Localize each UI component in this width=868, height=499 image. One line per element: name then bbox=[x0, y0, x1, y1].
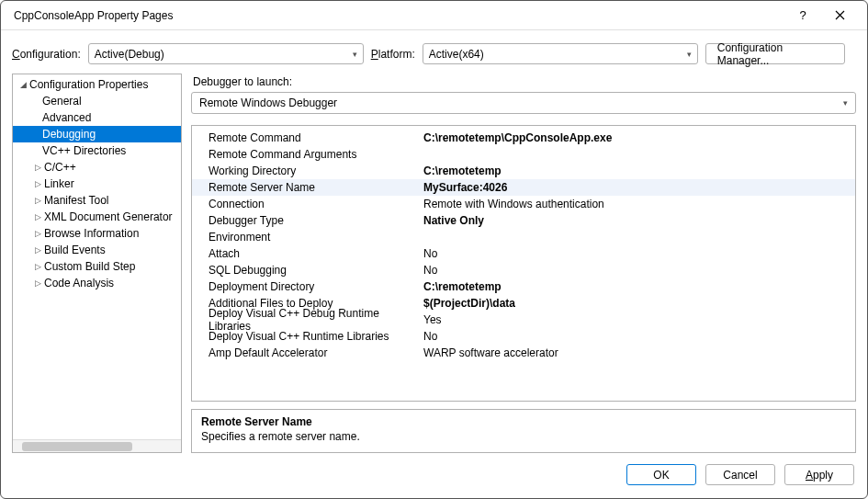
apply-button[interactable]: Apply bbox=[784, 464, 854, 485]
tree-item-manifest[interactable]: ▷Manifest Tool bbox=[13, 192, 181, 209]
chevron-down-icon: ▾ bbox=[843, 98, 848, 108]
close-button[interactable] bbox=[821, 1, 858, 30]
prop-name: Environment bbox=[192, 231, 420, 244]
chevron-down-icon: ▾ bbox=[353, 50, 357, 59]
cancel-button[interactable]: Cancel bbox=[705, 464, 775, 485]
description-text: Specifies a remote server name. bbox=[201, 430, 846, 443]
debugger-launch-label: Debugger to launch: bbox=[191, 74, 856, 92]
prop-name: Working Directory bbox=[192, 164, 420, 177]
configuration-manager-button[interactable]: Configuration Manager... bbox=[705, 43, 845, 64]
prop-row: SQL DebuggingNo bbox=[192, 262, 855, 278]
tree-item-label: Manifest Tool bbox=[44, 194, 108, 207]
configuration-manager-label: Configuration Manager... bbox=[717, 41, 833, 67]
prop-value[interactable]: WARP software accelerator bbox=[420, 346, 855, 359]
prop-name: Amp Default Accelerator bbox=[192, 346, 420, 359]
prop-value[interactable]: $(ProjectDir)\data bbox=[420, 297, 855, 310]
prop-row: Remote Command Arguments bbox=[192, 146, 855, 163]
titlebar: CppConsoleApp Property Pages ? bbox=[1, 1, 867, 30]
tree-item-codeanalysis[interactable]: ▷Code Analysis bbox=[13, 275, 181, 291]
ok-label: OK bbox=[653, 469, 669, 482]
prop-value[interactable]: No bbox=[420, 247, 855, 260]
tree-hscrollbar[interactable] bbox=[13, 439, 181, 452]
expand-icon: ▷ bbox=[33, 163, 42, 172]
tree-item-label: Code Analysis bbox=[44, 277, 114, 289]
window-title: CppConsoleApp Property Pages bbox=[14, 9, 784, 22]
configuration-value: Active(Debug) bbox=[95, 48, 164, 61]
debugger-launch-value: Remote Windows Debugger bbox=[199, 96, 337, 109]
prop-row: Deploy Visual C++ Runtime LibrariesNo bbox=[192, 328, 855, 345]
prop-value[interactable]: Native Only bbox=[420, 214, 855, 227]
prop-value[interactable]: No bbox=[420, 330, 855, 343]
prop-row: Environment bbox=[192, 229, 855, 245]
prop-row: AttachNo bbox=[192, 245, 855, 262]
right-pane: Debugger to launch: Remote Windows Debug… bbox=[191, 74, 856, 453]
prop-name: Deploy Visual C++ Debug Runtime Librarie… bbox=[192, 307, 420, 333]
tree-item-debugging[interactable]: Debugging bbox=[13, 126, 181, 142]
tree-item-buildevents[interactable]: ▷Build Events bbox=[13, 242, 181, 258]
tree-root-label: Configuration Properties bbox=[29, 78, 148, 91]
apply-label: Apply bbox=[806, 469, 833, 482]
description-box: Remote Server Name Specifies a remote se… bbox=[191, 409, 856, 453]
config-row: Configuration: Active(Debug) ▾ Platform:… bbox=[1, 30, 867, 74]
expand-icon: ▷ bbox=[33, 212, 42, 221]
prop-row: Deployment DirectoryC:\remotetemp bbox=[192, 278, 855, 295]
configuration-combo[interactable]: Active(Debug) ▾ bbox=[88, 43, 364, 64]
tree-item-general[interactable]: General bbox=[13, 93, 181, 109]
tree-item-linker[interactable]: ▷Linker bbox=[13, 176, 181, 192]
prop-value[interactable]: MySurface:4026 bbox=[420, 181, 855, 194]
prop-row: ConnectionRemote with Windows authentica… bbox=[192, 196, 855, 212]
tree-item-label: Debugging bbox=[42, 128, 96, 141]
debugger-launch-combo[interactable]: Remote Windows Debugger ▾ bbox=[191, 92, 856, 114]
tree[interactable]: ◢ Configuration Properties General Advan… bbox=[13, 74, 181, 439]
cancel-label: Cancel bbox=[723, 469, 757, 482]
expand-icon: ▷ bbox=[33, 179, 42, 188]
tree-item-ccpp[interactable]: ▷C/C++ bbox=[13, 159, 181, 176]
platform-label: Platform: bbox=[371, 48, 415, 61]
prop-value[interactable]: C:\remotetemp bbox=[420, 280, 855, 293]
tree-panel: ◢ Configuration Properties General Advan… bbox=[12, 74, 182, 453]
tree-item-label: XML Document Generator bbox=[44, 210, 173, 223]
prop-value[interactable]: C:\remotetemp bbox=[420, 164, 855, 177]
prop-name: Remote Server Name bbox=[192, 181, 420, 194]
prop-row: Amp Default AcceleratorWARP software acc… bbox=[192, 345, 855, 361]
scrollbar-thumb[interactable] bbox=[22, 442, 132, 451]
platform-combo[interactable]: Active(x64) ▾ bbox=[423, 43, 698, 64]
prop-row: Remote CommandC:\remotetemp\CppConsoleAp… bbox=[192, 130, 855, 146]
prop-row: Debugger TypeNative Only bbox=[192, 212, 855, 229]
help-button[interactable]: ? bbox=[784, 1, 821, 30]
tree-item-browseinfo[interactable]: ▷Browse Information bbox=[13, 225, 181, 242]
tree-item-xmldoc[interactable]: ▷XML Document Generator bbox=[13, 209, 181, 225]
expand-icon: ▷ bbox=[33, 196, 42, 205]
tree-item-label: Custom Build Step bbox=[44, 260, 135, 273]
prop-name: SQL Debugging bbox=[192, 264, 420, 277]
prop-name: Deploy Visual C++ Runtime Libraries bbox=[192, 330, 420, 343]
tree-item-label: C/C++ bbox=[44, 161, 76, 174]
prop-value[interactable]: Yes bbox=[420, 313, 855, 326]
tree-item-advanced[interactable]: Advanced bbox=[13, 109, 181, 126]
tree-item-label: Build Events bbox=[44, 244, 106, 256]
expand-icon: ▷ bbox=[33, 278, 42, 288]
prop-value[interactable]: No bbox=[420, 264, 855, 277]
close-icon bbox=[835, 10, 845, 20]
expand-icon: ▷ bbox=[33, 229, 42, 238]
body: ◢ Configuration Properties General Advan… bbox=[1, 74, 867, 453]
tree-item-label: General bbox=[42, 95, 82, 108]
prop-value[interactable]: Remote with Windows authentication bbox=[420, 198, 855, 210]
ok-button[interactable]: OK bbox=[626, 464, 696, 485]
platform-value: Active(x64) bbox=[429, 48, 484, 61]
prop-value[interactable]: C:\remotetemp\CppConsoleApp.exe bbox=[420, 131, 855, 144]
expand-icon: ▷ bbox=[33, 245, 42, 255]
prop-name: Remote Command bbox=[192, 131, 420, 144]
prop-name: Debugger Type bbox=[192, 214, 420, 227]
prop-name: Attach bbox=[192, 247, 420, 260]
prop-row: Working DirectoryC:\remotetemp bbox=[192, 163, 855, 179]
prop-name: Remote Command Arguments bbox=[192, 148, 420, 161]
tree-item-custombuild[interactable]: ▷Custom Build Step bbox=[13, 258, 181, 275]
property-grid[interactable]: Remote CommandC:\remotetemp\CppConsoleAp… bbox=[191, 125, 856, 402]
tree-item-vcdirs[interactable]: VC++ Directories bbox=[13, 142, 181, 159]
tree-root[interactable]: ◢ Configuration Properties bbox=[13, 76, 181, 93]
prop-row-selected: Remote Server NameMySurface:4026 bbox=[192, 179, 855, 196]
tree-item-label: Browse Information bbox=[44, 227, 139, 240]
collapse-icon: ◢ bbox=[18, 80, 28, 89]
tree-item-label: VC++ Directories bbox=[42, 144, 126, 157]
